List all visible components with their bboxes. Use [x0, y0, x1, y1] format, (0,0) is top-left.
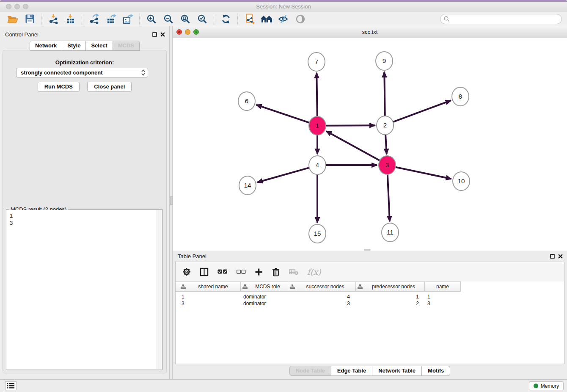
tab-edge-table[interactable]: Edge Table [331, 366, 372, 376]
edge-1-7[interactable] [317, 73, 317, 116]
edge-3-10[interactable] [396, 167, 451, 179]
zoom-selected-button[interactable] [196, 13, 209, 25]
close-panel-icon[interactable] [160, 32, 165, 37]
cell[interactable]: 1 [179, 293, 241, 300]
network-graph[interactable]: 7968124314101511 [173, 38, 567, 251]
node-9[interactable]: 9 [376, 52, 393, 70]
node-6[interactable]: 6 [238, 92, 255, 110]
node-1[interactable]: 1 [309, 116, 326, 135]
delete-column-button[interactable] [272, 267, 280, 277]
column-header-mcds-role[interactable]: MCDS role [241, 282, 288, 292]
main-toolbar [0, 12, 567, 26]
cell[interactable]: 3 [288, 300, 356, 307]
export-table-button[interactable] [105, 13, 117, 25]
show-columns-button[interactable] [200, 267, 209, 277]
list-icon [7, 383, 14, 389]
save-session-button[interactable] [23, 13, 36, 25]
edge-1-2[interactable] [326, 125, 375, 126]
import-network-button[interactable] [47, 13, 60, 25]
column-header-predecessor-nodes[interactable]: predecessor nodes [356, 282, 425, 292]
sort-hierarchy-icon[interactable] [290, 284, 295, 289]
run-mcds-button[interactable]: Run MCDS [38, 82, 80, 92]
network-window-titlebar[interactable]: × − + scc.txt [173, 26, 567, 38]
edge-2-3[interactable] [385, 135, 387, 154]
table-settings-button[interactable] [182, 267, 191, 277]
tab-style[interactable]: Style [62, 41, 86, 51]
criterion-dropdown[interactable]: strongly connected component [16, 68, 148, 77]
close-panel-button[interactable]: Close panel [87, 82, 132, 92]
cell[interactable]: 3 [425, 300, 461, 307]
deselect-all-rows-button[interactable] [237, 267, 246, 277]
function-builder-button[interactable]: f(x) [307, 267, 321, 277]
node-8[interactable]: 8 [452, 87, 469, 106]
cell[interactable]: 3 [179, 300, 241, 307]
edge-3-11[interactable] [388, 174, 390, 221]
tab-motifs[interactable]: Motifs [422, 366, 450, 376]
memory-button[interactable]: Memory [529, 381, 564, 390]
edge-2-8[interactable] [393, 100, 451, 122]
node-11[interactable]: 11 [382, 223, 399, 242]
column-header-shared-name[interactable]: shared name [179, 282, 241, 292]
zoom-fit-button[interactable] [179, 13, 192, 25]
edge-1-6[interactable] [256, 105, 309, 123]
edge-4-14[interactable] [257, 168, 309, 182]
window-titlebar[interactable]: Session: New Session [0, 2, 567, 12]
table-row[interactable]: 3 dominator 3 2 3 [176, 300, 564, 307]
show-hidden-button[interactable] [294, 13, 307, 25]
tab-mcds[interactable]: MCDS [113, 41, 140, 51]
node-7[interactable]: 7 [308, 52, 325, 71]
application-window: Session: New Session [0, 0, 567, 392]
delete-table-button[interactable] [289, 267, 298, 277]
open-session-button[interactable] [6, 13, 19, 25]
edge-2-9[interactable] [384, 72, 385, 116]
export-network-button[interactable] [88, 13, 100, 25]
search-input[interactable] [440, 14, 562, 24]
sort-hierarchy-icon[interactable] [181, 284, 186, 289]
cell[interactable]: 1 [356, 293, 425, 300]
result-scrollbar[interactable] [157, 210, 162, 369]
column-header-name[interactable]: name [425, 282, 461, 292]
toolbar-divider [139, 14, 140, 25]
export-image-button[interactable] [121, 13, 134, 25]
float-panel-icon[interactable] [152, 32, 157, 37]
node-14[interactable]: 14 [239, 176, 256, 195]
column-header-successor-nodes[interactable]: successor nodes [288, 282, 356, 292]
memory-label: Memory [541, 383, 559, 389]
home-icon [260, 14, 273, 24]
sort-hierarchy-icon[interactable] [242, 284, 248, 289]
cell[interactable]: dominator [241, 300, 288, 307]
tab-network[interactable]: Network [30, 41, 62, 51]
hide-selected-button[interactable] [277, 13, 290, 25]
table-panel-header: Table Panel [173, 252, 567, 260]
sort-hierarchy-icon[interactable] [358, 284, 363, 289]
panel-splitter[interactable] [169, 26, 173, 379]
select-all-rows-button[interactable] [217, 267, 228, 277]
close-panel-icon[interactable] [558, 254, 563, 259]
zoom-in-button[interactable] [145, 13, 158, 25]
tab-select[interactable]: Select [86, 41, 113, 51]
table-row[interactable]: 1 dominator 4 1 1 [176, 293, 564, 300]
refresh-button[interactable] [220, 13, 232, 25]
node-3[interactable]: 3 [379, 156, 396, 174]
zoom-out-button[interactable] [162, 13, 175, 25]
float-panel-icon[interactable] [550, 254, 555, 259]
cell[interactable]: 4 [288, 293, 356, 300]
node-4[interactable]: 4 [309, 156, 326, 174]
node-10[interactable]: 10 [453, 172, 470, 190]
mcds-result-list[interactable]: 1 3 [7, 210, 157, 369]
network-canvas[interactable]: 7968124314101511 [173, 38, 567, 251]
create-column-button[interactable] [255, 267, 263, 277]
node-15[interactable]: 15 [309, 224, 326, 243]
tab-network-table[interactable]: Network Table [372, 366, 422, 376]
copy-network-view-button[interactable] [243, 13, 256, 25]
tab-node-table[interactable]: Node Table [289, 366, 331, 376]
node-2[interactable]: 2 [377, 116, 394, 135]
columns-icon [200, 268, 209, 276]
task-history-button[interactable] [5, 381, 17, 390]
cell[interactable]: 1 [425, 293, 461, 300]
home-button[interactable] [260, 13, 273, 25]
import-table-button[interactable] [64, 13, 77, 25]
cell[interactable]: 2 [356, 300, 425, 307]
cell[interactable]: dominator [241, 293, 288, 300]
edge-3-1[interactable] [326, 131, 380, 160]
